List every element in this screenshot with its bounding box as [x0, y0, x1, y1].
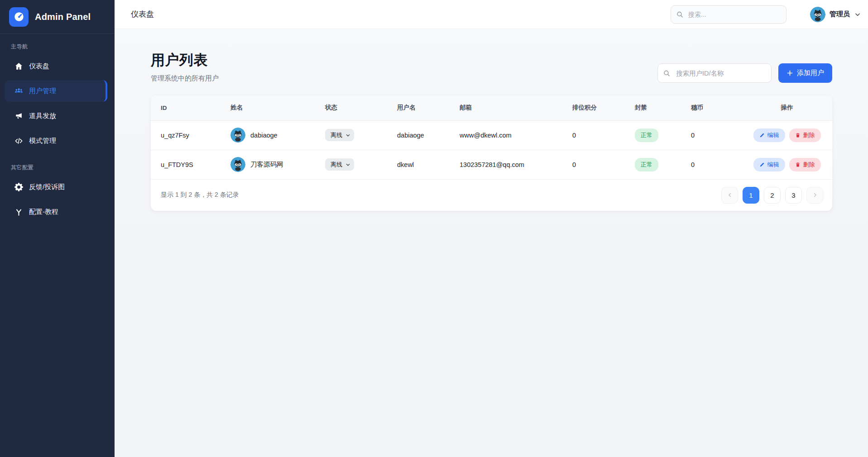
users-icon: [14, 86, 23, 95]
cell-coins: 0: [691, 150, 742, 179]
table-row: u_qz7Fsy dabiaoge 离线: [151, 120, 832, 150]
edit-button[interactable]: 编辑: [753, 158, 785, 171]
user-menu[interactable]: 管理员: [810, 7, 861, 22]
sidebar: Admin Panel 主导航 仪表盘 用户管理 道具发放: [0, 0, 115, 457]
user-search-input[interactable]: [657, 63, 772, 83]
cell-email: 1302357281@qq.com: [460, 150, 572, 179]
topbar-title: 仪表盘: [131, 9, 154, 19]
sidebar-item-users[interactable]: 用户管理: [5, 80, 107, 102]
global-search-input[interactable]: [671, 5, 786, 24]
pagination: 1 2 3: [721, 187, 823, 204]
pencil-icon: [759, 162, 765, 167]
cell-points: 0: [572, 150, 635, 179]
edit-button[interactable]: 编辑: [753, 129, 785, 142]
add-user-label: 添加用户: [797, 69, 824, 77]
nav-section-label-other: 其它配置: [0, 155, 115, 176]
cell-id: u_qz7Fsy: [151, 120, 230, 150]
status-select[interactable]: 离线: [325, 129, 354, 141]
sidebar-item-dashboard[interactable]: 仪表盘: [5, 55, 107, 77]
sidebar-item-label: 道具发放: [29, 112, 56, 120]
cell-points: 0: [572, 120, 635, 150]
gauge-icon: [9, 7, 29, 27]
add-user-button[interactable]: 添加用户: [778, 63, 832, 83]
sidebar-item-label: 配置-教程: [29, 208, 58, 216]
sidebar-item-label: 模式管理: [29, 137, 56, 145]
ban-status-badge: 正常: [635, 129, 658, 142]
sidebar-item-config[interactable]: 配置-教程: [5, 201, 107, 223]
chevron-left-icon: [727, 192, 733, 198]
ban-status-badge: 正常: [635, 158, 658, 171]
sidebar-item-feedback[interactable]: 反馈/投诉图: [5, 176, 107, 198]
chevron-down-icon: [854, 11, 861, 18]
sidebar-item-label: 用户管理: [29, 87, 56, 95]
delete-button[interactable]: 删除: [789, 129, 821, 142]
sidebar-item-items[interactable]: 道具发放: [5, 105, 107, 127]
cell-id: u_FTDY9S: [151, 150, 230, 179]
page-header: 用户列表 管理系统中的所有用户 添加用户: [151, 51, 832, 83]
user-table: ID 姓名 状态 用户名 邮箱 排位积分 封禁 穗币 操作 u_qz7Fsy: [151, 95, 832, 180]
record-count-text: 显示 1 到 2 条，共 2 条记录: [161, 191, 239, 199]
cell-coins: 0: [691, 120, 742, 150]
global-search: [671, 5, 786, 24]
table-header-row: ID 姓名 状态 用户名 邮箱 排位积分 封禁 穗币 操作: [151, 95, 832, 120]
pagination-page-1[interactable]: 1: [743, 187, 759, 204]
column-header-coins: 穗币: [691, 95, 742, 120]
user-avatar: [810, 7, 825, 22]
sidebar-item-label: 仪表盘: [29, 62, 49, 71]
trash-icon: [795, 162, 801, 167]
column-header-status: 状态: [325, 95, 397, 120]
pagination-prev[interactable]: [721, 187, 738, 204]
pencil-icon: [759, 133, 765, 138]
column-header-id: ID: [151, 95, 230, 120]
sidebar-item-modes[interactable]: 模式管理: [5, 130, 107, 152]
pagination-next[interactable]: [806, 187, 823, 204]
search-icon: [663, 69, 671, 77]
cell-email: www@dkewl.com: [460, 120, 572, 150]
column-header-ban: 封禁: [635, 95, 691, 120]
cell-username: dabiaoge: [397, 120, 460, 150]
sidebar-item-label: 反馈/投诉图: [29, 183, 65, 191]
user-table-card: ID 姓名 状态 用户名 邮箱 排位积分 封禁 穗币 操作 u_qz7Fsy: [151, 95, 832, 211]
gear-icon: [14, 182, 23, 191]
column-header-name: 姓名: [230, 95, 325, 120]
branch-icon: [14, 207, 23, 216]
cell-username: dkewl: [397, 150, 460, 179]
row-avatar: [230, 157, 245, 172]
chevron-right-icon: [812, 192, 818, 198]
nav-section-label-main: 主导航: [0, 34, 115, 55]
cell-name: dabiaoge: [250, 132, 278, 139]
delete-button[interactable]: 删除: [789, 158, 821, 171]
content-area: 用户列表 管理系统中的所有用户 添加用户: [115, 29, 868, 457]
pagination-page-3[interactable]: 3: [785, 187, 802, 204]
brand-title: Admin Panel: [35, 12, 91, 22]
search-icon: [676, 10, 684, 18]
main-column: 仪表盘 管理员 用户列表 管理系统中的所有用: [115, 0, 868, 457]
table-row: u_FTDY9S 刀客源码网 离线: [151, 150, 832, 179]
pagination-page-2[interactable]: 2: [764, 187, 781, 204]
table-footer: 显示 1 到 2 条，共 2 条记录 1 2 3: [151, 180, 832, 211]
status-select[interactable]: 离线: [325, 158, 354, 171]
brand: Admin Panel: [0, 0, 115, 34]
user-search: [657, 63, 772, 83]
plus-icon: [786, 70, 793, 76]
column-header-actions: 操作: [742, 95, 832, 120]
trash-icon: [795, 133, 801, 138]
topbar: 仪表盘 管理员: [115, 0, 868, 29]
page-title: 用户列表: [151, 51, 219, 70]
row-avatar: [230, 128, 245, 143]
home-icon: [14, 62, 23, 71]
column-header-email: 邮箱: [460, 95, 572, 120]
column-header-username: 用户名: [397, 95, 460, 120]
cell-name: 刀客源码网: [250, 160, 283, 169]
column-header-points: 排位积分: [572, 95, 635, 120]
page-subtitle: 管理系统中的所有用户: [151, 74, 219, 83]
code-icon: [14, 136, 23, 145]
megaphone-icon: [14, 111, 23, 120]
user-name: 管理员: [830, 10, 850, 19]
